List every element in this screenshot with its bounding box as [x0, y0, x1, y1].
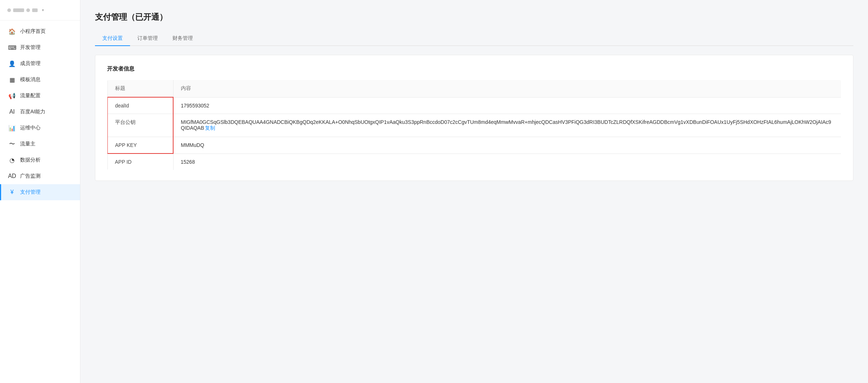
table-header: 标题 内容	[107, 80, 841, 98]
main-content: 支付管理（已开通） 支付设置订单管理财务管理 开发者信息 标题 内容	[80, 0, 868, 383]
sidebar-item-payment[interactable]: ¥支付管理	[0, 184, 80, 200]
sidebar-item-label-dev: 开发管理	[20, 44, 41, 51]
flowmaster-icon: 〜	[8, 140, 16, 148]
cell-content-platform-key: MIGfMA0GCSqGSlb3DQEBAQUAA4GNADCBiQKBgQDq…	[173, 114, 841, 137]
mini-rect1	[13, 8, 24, 12]
table-body: dealId1795593052平台公钥MIGfMA0GCSqGSlb3DQEB…	[107, 97, 841, 170]
member-icon: 👤	[8, 60, 16, 67]
section-title: 开发者信息	[107, 65, 841, 72]
sidebar: ▾ 🏠小程序首页⌨开发管理👤成员管理▦模板消息📢流量配置AI百度AI能力📊运维中…	[0, 0, 80, 383]
sidebar-item-label-traffic: 流量配置	[20, 92, 41, 99]
info-table-wrapper: 标题 内容 dealId1795593052平台公钥MIGfMA0GCSqGSl…	[107, 80, 841, 170]
tabs-container: 支付设置订单管理财务管理	[95, 31, 853, 46]
sidebar-item-member[interactable]: 👤成员管理	[0, 56, 80, 72]
template-icon: ▦	[8, 76, 16, 83]
col-content-header: 内容	[173, 80, 841, 98]
col-title-header: 标题	[107, 80, 173, 98]
tab-pay-settings[interactable]: 支付设置	[95, 31, 130, 46]
chevron-down-icon: ▾	[42, 8, 44, 12]
cell-content-dealid: 1795593052	[173, 97, 841, 114]
table-row-app-key: APP KEYMMMuDQ	[107, 137, 841, 154]
ops-icon: 📊	[8, 124, 16, 132]
info-table: 标题 内容 dealId1795593052平台公钥MIGfMA0GCSqGSl…	[107, 80, 841, 170]
ai-icon: AI	[8, 108, 16, 115]
sidebar-nav: 🏠小程序首页⌨开发管理👤成员管理▦模板消息📢流量配置AI百度AI能力📊运维中心〜…	[0, 20, 80, 383]
sidebar-item-traffic[interactable]: 📢流量配置	[0, 88, 80, 104]
sidebar-item-label-flowmaster: 流量主	[20, 141, 35, 147]
ad-icon: AD	[8, 172, 16, 180]
table-header-row: 标题 内容	[107, 80, 841, 98]
dot2	[26, 8, 30, 12]
table-row-platform-key: 平台公钥MIGfMA0GCSqGSlb3DQEBAQUAA4GNADCBiQKB…	[107, 114, 841, 137]
sidebar-item-label-member: 成员管理	[20, 60, 41, 67]
traffic-icon: 📢	[8, 92, 16, 99]
cell-title-app-id: APP ID	[107, 153, 173, 170]
content-text-platform-key: MIGfMA0GCSqGSlb3DQEBAQUAA4GNADCBiQKBgQDq…	[181, 119, 831, 131]
sidebar-item-label-template: 模板消息	[20, 76, 41, 83]
cell-title-platform-key: 平台公钥	[107, 114, 173, 137]
data-icon: ◔	[8, 156, 16, 164]
sidebar-item-home[interactable]: 🏠小程序首页	[0, 23, 80, 39]
mini-rect2	[32, 8, 38, 12]
sidebar-header-dots	[7, 8, 38, 12]
copy-button-platform-key[interactable]: 复制	[205, 125, 215, 131]
sidebar-item-dev[interactable]: ⌨开发管理	[0, 39, 80, 56]
sidebar-item-label-ad: 广告监测	[20, 173, 41, 179]
sidebar-item-label-ops: 运维中心	[20, 125, 41, 131]
sidebar-item-ops[interactable]: 📊运维中心	[0, 120, 80, 136]
dev-info-card: 开发者信息 标题 内容 dealId1795593052平台公钥MIGfMA0G…	[95, 55, 853, 181]
sidebar-item-data[interactable]: ◔数据分析	[0, 152, 80, 168]
tab-order[interactable]: 订单管理	[130, 31, 165, 46]
sidebar-item-label-payment: 支付管理	[20, 189, 41, 196]
sidebar-item-label-data: 数据分析	[20, 157, 41, 163]
table-row-app-id: APP ID15268	[107, 153, 841, 170]
sidebar-header: ▾	[0, 0, 80, 20]
cell-content-app-id: 15268	[173, 153, 841, 170]
table-row-dealid: dealId1795593052	[107, 97, 841, 114]
page-content: 支付管理（已开通） 支付设置订单管理财务管理 开发者信息 标题 内容	[80, 0, 868, 383]
home-icon: 🏠	[8, 28, 16, 35]
sidebar-item-flowmaster[interactable]: 〜流量主	[0, 136, 80, 152]
dev-icon: ⌨	[8, 44, 16, 51]
dot1	[7, 8, 11, 12]
sidebar-item-template[interactable]: ▦模板消息	[0, 72, 80, 88]
page-title: 支付管理（已开通）	[95, 12, 853, 23]
cell-content-app-key: MMMuDQ	[173, 137, 841, 154]
cell-title-dealid: dealId	[107, 97, 173, 114]
sidebar-item-ad[interactable]: AD广告监测	[0, 168, 80, 184]
tab-finance[interactable]: 财务管理	[165, 31, 200, 46]
cell-title-app-key: APP KEY	[107, 137, 173, 154]
payment-icon: ¥	[8, 189, 16, 196]
sidebar-item-label-ai: 百度AI能力	[20, 109, 45, 115]
sidebar-item-label-home: 小程序首页	[20, 28, 46, 35]
sidebar-item-ai[interactable]: AI百度AI能力	[0, 104, 80, 120]
